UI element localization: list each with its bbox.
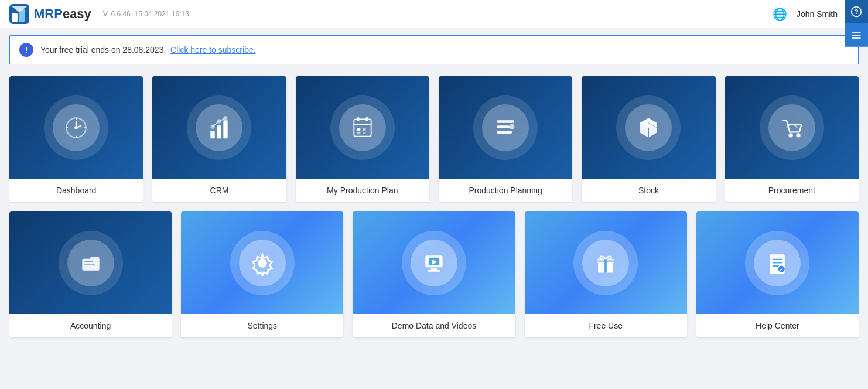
trial-icon: ! (19, 43, 33, 57)
stock-icon (635, 115, 661, 141)
dashboard-icon (63, 115, 89, 141)
module-crm-label: CRM (152, 179, 286, 202)
svg-rect-33 (497, 120, 514, 123)
module-procurement-label: Procurement (725, 179, 859, 202)
module-free-use[interactable]: Free Use (525, 211, 687, 337)
module-dashboard[interactable]: Dashboard (9, 76, 143, 202)
version-info: V. 6.6.46 15.04.2021 16:13 (103, 10, 189, 18)
svg-rect-20 (217, 125, 221, 138)
floating-right-panel: ? (845, 0, 868, 47)
production-planning-icon (493, 115, 518, 141)
module-procurement[interactable]: Procurement (725, 76, 859, 202)
main-content: Dashboard (0, 71, 868, 347)
logo-icon (9, 4, 29, 24)
trial-banner: ! Your free trial ends on 28.08.2023. Cl… (9, 35, 859, 64)
help-center-icon: ✓ (764, 250, 790, 276)
module-accounting[interactable]: Accounting (9, 211, 172, 337)
user-name: John Smith (797, 9, 838, 19)
svg-rect-27 (365, 117, 368, 121)
svg-rect-25 (354, 119, 371, 136)
module-dashboard-label: Dashboard (9, 179, 143, 202)
module-production-plan-label: My Production Plan (296, 179, 429, 202)
module-demo[interactable]: Demo Data and Videos (353, 211, 515, 337)
module-demo-label: Demo Data and Videos (353, 314, 515, 337)
module-settings[interactable]: Settings (181, 211, 343, 337)
svg-rect-54 (604, 257, 607, 272)
accounting-icon (78, 250, 104, 276)
header: MRPeasy V. 6.6.46 15.04.2021 16:13 🌐 Joh… (0, 0, 868, 28)
module-production-planning-label: Production Planning (439, 179, 572, 202)
module-stock[interactable]: Stock (582, 76, 715, 202)
svg-text:✓: ✓ (780, 267, 784, 272)
production-plan-icon (350, 115, 375, 141)
svg-rect-2 (852, 32, 861, 33)
svg-point-40 (788, 133, 792, 137)
svg-rect-59 (773, 265, 779, 266)
svg-rect-55 (597, 260, 614, 262)
svg-rect-50 (430, 268, 437, 270)
svg-rect-31 (357, 132, 361, 134)
subscribe-link[interactable]: Click here to subscribe. (170, 45, 256, 54)
svg-rect-6 (12, 13, 18, 22)
svg-rect-57 (773, 258, 782, 260)
module-settings-label: Settings (181, 314, 343, 337)
module-free-use-label: Free Use (525, 314, 687, 337)
logo-area[interactable]: MRPeasy V. 6.6.46 15.04.2021 16:13 (9, 4, 189, 24)
module-production-planning[interactable]: Production Planning (439, 76, 572, 202)
module-accounting-label: Accounting (9, 314, 172, 337)
modules-row2: Accounting Settings (9, 211, 859, 337)
crm-icon (206, 115, 232, 141)
svg-rect-3 (852, 35, 861, 36)
modules-row1: Dashboard (9, 76, 859, 202)
svg-point-13 (74, 126, 78, 129)
svg-point-41 (796, 133, 800, 137)
module-crm[interactable]: CRM (152, 76, 286, 202)
settings-icon (250, 250, 275, 276)
svg-rect-35 (497, 131, 512, 134)
trial-text: Your free trial ends on 28.08.2023. Clic… (40, 45, 256, 54)
svg-rect-32 (363, 132, 366, 134)
svg-point-46 (259, 260, 265, 266)
module-help-center-label: Help Center (696, 314, 859, 337)
demo-icon (421, 250, 447, 276)
logo-text: MRPeasy (34, 6, 91, 22)
svg-rect-58 (773, 262, 782, 263)
svg-rect-4 (852, 37, 861, 39)
svg-rect-43 (84, 263, 95, 264)
module-production-plan[interactable]: My Production Plan (296, 76, 429, 202)
procurement-icon (779, 115, 805, 141)
svg-rect-34 (497, 125, 510, 128)
help-float-button[interactable]: ? (845, 0, 868, 23)
svg-rect-26 (357, 117, 360, 121)
svg-rect-30 (363, 128, 366, 131)
collapse-float-button[interactable] (845, 23, 868, 47)
module-help-center[interactable]: ✓ Help Center (696, 211, 859, 337)
svg-rect-21 (224, 120, 228, 138)
svg-rect-51 (428, 269, 440, 271)
svg-text:?: ? (854, 8, 858, 15)
svg-rect-29 (357, 128, 361, 131)
module-stock-label: Stock (582, 179, 715, 202)
svg-rect-42 (84, 261, 93, 262)
free-use-icon (593, 250, 618, 276)
svg-rect-19 (211, 131, 215, 138)
svg-rect-37 (511, 124, 513, 129)
globe-icon[interactable]: 🌐 (773, 7, 787, 21)
